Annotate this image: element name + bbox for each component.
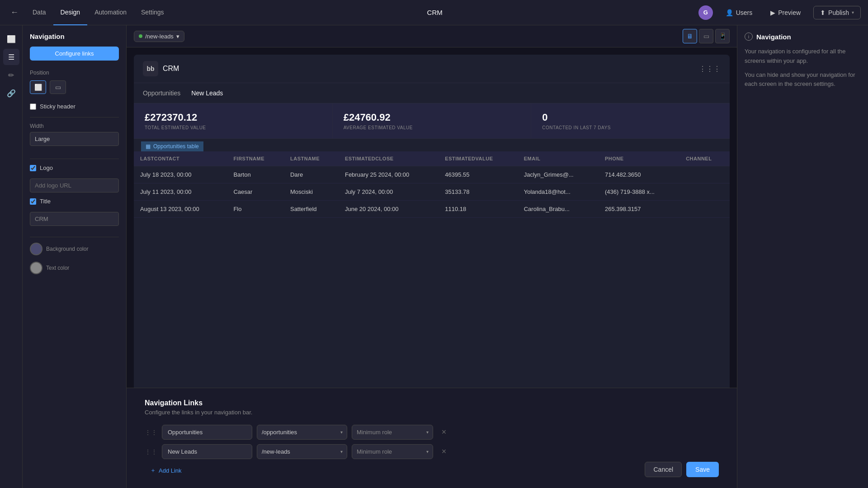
link-route-select[interactable]: /opportunities — [257, 425, 347, 440]
preview-toolbar: /new-leads ▾ 🖥 ▭ 📱 — [127, 25, 737, 47]
link-role-select[interactable]: Minimum role — [352, 425, 433, 440]
publish-icon: ⬆ — [820, 9, 826, 16]
col-channel: CHANNEL — [679, 151, 730, 166]
icon-bar-nav[interactable]: ☰ — [3, 49, 19, 65]
center-area: /new-leads ▾ 🖥 ▭ 📱 b — [127, 25, 737, 488]
tablet-view-button[interactable]: ▭ — [699, 29, 713, 43]
preview-button[interactable]: ▶ Preview — [765, 6, 806, 19]
table-cell: 35133.78 — [439, 183, 517, 201]
table-cell: July 7 2024, 00:00 — [339, 183, 439, 201]
link-name-input[interactable] — [162, 444, 252, 459]
app-header: bb CRM ⋮⋮⋮ — [134, 55, 730, 83]
table-cell: July 18 2023, 00:00 — [134, 166, 227, 183]
table-icon: ▦ — [146, 143, 151, 150]
col-lastcontact: LASTCONTACT — [134, 151, 227, 166]
icon-bar-link[interactable]: 🔗 — [3, 85, 19, 101]
tab-automation[interactable]: Automation — [87, 0, 134, 25]
topbar-right: G 👤 Users ▶ Preview ⬆ Publish ▾ — [698, 5, 861, 20]
icon-bar-pages[interactable]: ⬜ — [3, 31, 19, 47]
text-color-row: Text color — [30, 262, 119, 274]
table-row: August 13 2023, 00:00FloSatterfieldJune … — [134, 201, 730, 218]
stat-contacted-label: CONTACTED IN LAST 7 DAYS — [542, 125, 719, 130]
icon-bar-edit[interactable]: ✏ — [3, 67, 19, 83]
col-email: EMAIL — [518, 151, 599, 166]
link-rows-container: ⋮⋮ /opportunities ▾ Minimum role ▾ × ⋮⋮ … — [145, 425, 719, 459]
app-title: CRM — [171, 9, 698, 16]
position-sidebar-button[interactable]: ⬜ — [30, 80, 46, 94]
stat-avg-value-label: AVERAGE ESTIMATED VALUE — [344, 125, 520, 130]
table-row: July 11 2023, 00:00CaesarMosciskiJuly 7 … — [134, 183, 730, 201]
table-cell: 265.398.3157 — [599, 201, 679, 218]
sticky-header-checkbox[interactable] — [30, 103, 36, 110]
tab-data[interactable]: Data — [25, 0, 53, 25]
tab-design[interactable]: Design — [53, 0, 88, 25]
remove-link-button[interactable]: × — [438, 446, 450, 458]
icon-bar: ⬜ ☰ ✏ 🔗 — [0, 25, 23, 488]
tab-settings[interactable]: Settings — [134, 0, 171, 25]
table-cell: February 25 2024, 00:00 — [339, 166, 439, 183]
logo-checkbox[interactable] — [30, 165, 36, 171]
title-input[interactable] — [30, 212, 119, 226]
remove-link-button[interactable]: × — [438, 426, 450, 439]
mobile-icon: 📱 — [719, 33, 726, 40]
save-button[interactable]: Save — [686, 462, 719, 477]
right-panel-text-2: You can hide and show your navigation fo… — [745, 70, 861, 89]
back-button[interactable]: ← — [7, 5, 22, 20]
text-color-swatch[interactable] — [30, 262, 42, 274]
right-panel-header: i Navigation — [745, 33, 861, 41]
table-cell: (436) 719-3888 x... — [599, 183, 679, 201]
link-name-input[interactable] — [162, 425, 252, 440]
title-row: Title — [30, 198, 119, 205]
left-panel-title: Navigation — [30, 33, 119, 40]
navigation-links-modal: Navigation Links Configure the links in … — [127, 388, 737, 488]
table-cell: July 11 2023, 00:00 — [134, 183, 227, 201]
width-select[interactable]: Large Small Medium Full — [30, 132, 119, 146]
configure-links-button[interactable]: Configure links — [30, 47, 119, 61]
nav-item-new-leads[interactable]: New Leads — [191, 88, 223, 99]
col-estimatedvalue: ESTIMATEDVALUE — [439, 151, 517, 166]
table-cell — [679, 183, 730, 201]
table-cell: Carolina_Brabu... — [518, 201, 599, 218]
link-role-select[interactable]: Minimum role — [352, 444, 433, 459]
logo-url-input[interactable] — [30, 178, 119, 192]
table-header: LASTCONTACT FIRSTNAME LASTNAME ESTIMATED… — [134, 151, 730, 166]
bg-color-label: Background color — [46, 246, 88, 252]
table-tag: ▦ Opportunities table — [141, 141, 203, 151]
table-cell — [679, 166, 730, 183]
sticky-header-row: Sticky header — [30, 103, 119, 110]
add-link-button[interactable]: ＋ Add Link — [145, 464, 187, 477]
app-nav: Opportunities New Leads — [134, 83, 730, 103]
logo-row: Logo — [30, 164, 119, 171]
bg-color-swatch[interactable] — [30, 243, 42, 255]
link-row: ⋮⋮ /new-leads ▾ Minimum role ▾ × — [145, 444, 719, 459]
table-cell: Yolanda18@hot... — [518, 183, 599, 201]
divider-1 — [30, 117, 119, 117]
grid-dots-icon: ⋮⋮⋮ — [699, 65, 721, 73]
link-route-select[interactable]: /new-leads — [257, 444, 347, 459]
stat-total-value-number: £272370.12 — [145, 112, 321, 123]
users-button[interactable]: 👤 Users — [720, 6, 758, 19]
publish-button[interactable]: ⬆ Publish ▾ — [813, 6, 861, 19]
modal-actions: Cancel Save — [645, 462, 719, 477]
drag-handle[interactable]: ⋮⋮ — [145, 429, 157, 436]
modal-title: Navigation Links — [145, 399, 719, 407]
app-name-label: CRM — [163, 65, 179, 73]
avatar: G — [698, 5, 713, 20]
sticky-header-label: Sticky header — [40, 103, 75, 110]
stat-total-value: £272370.12 TOTAL ESTIMATED VALUE — [134, 103, 333, 138]
position-topnav-button[interactable]: ▭ — [50, 80, 66, 94]
mobile-view-button[interactable]: 📱 — [715, 29, 730, 43]
nav-item-opportunities[interactable]: Opportunities — [143, 88, 180, 99]
desktop-view-button[interactable]: 🖥 — [683, 29, 697, 43]
title-checkbox[interactable] — [30, 198, 36, 205]
col-phone: PHONE — [599, 151, 679, 166]
col-lastname: LASTNAME — [284, 151, 339, 166]
stat-avg-value: £24760.92 AVERAGE ESTIMATED VALUE — [333, 103, 532, 138]
route-badge[interactable]: /new-leads ▾ — [134, 31, 184, 42]
divider-2 — [30, 159, 119, 159]
cancel-button[interactable]: Cancel — [645, 462, 682, 477]
stat-contacted: 0 CONTACTED IN LAST 7 DAYS — [531, 103, 730, 138]
table-cell: Caesar — [227, 183, 284, 201]
drag-handle[interactable]: ⋮⋮ — [145, 448, 157, 455]
col-firstname: FIRSTNAME — [227, 151, 284, 166]
